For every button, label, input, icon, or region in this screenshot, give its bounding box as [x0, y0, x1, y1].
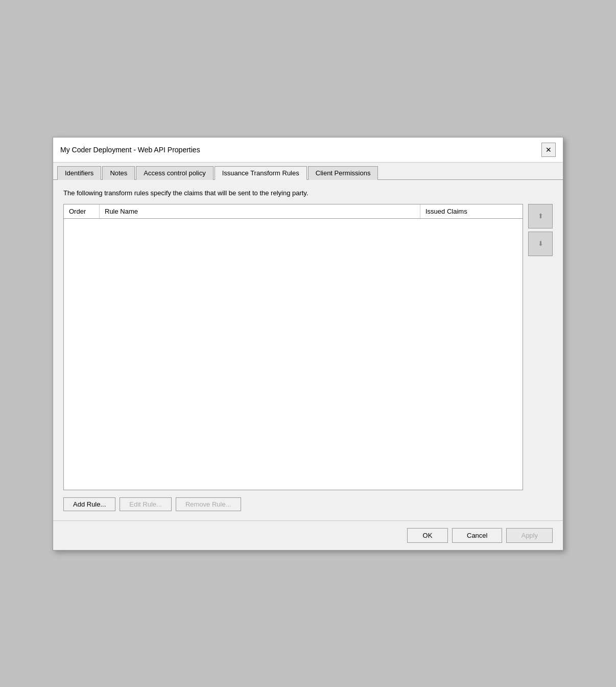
- dialog-title: My Coder Deployment - Web API Properties: [60, 146, 200, 154]
- tab-identifiers[interactable]: Identifiers: [57, 166, 101, 180]
- close-button[interactable]: ✕: [541, 143, 556, 157]
- content-area: The following transform rules specify th…: [53, 180, 563, 520]
- ok-button[interactable]: OK: [407, 528, 448, 543]
- dialog-window: My Coder Deployment - Web API Properties…: [53, 137, 563, 551]
- table-header: Order Rule Name Issued Claims: [64, 204, 523, 219]
- column-header-issued-claims: Issued Claims: [420, 204, 523, 218]
- tab-issuance-transform-rules[interactable]: Issuance Transform Rules: [215, 166, 307, 180]
- move-up-button[interactable]: ⬆: [528, 204, 553, 228]
- column-header-rule-name: Rule Name: [100, 204, 420, 218]
- tab-notes[interactable]: Notes: [102, 166, 135, 180]
- footer: OK Cancel Apply: [53, 520, 563, 550]
- up-arrow-icon: ⬆: [538, 212, 543, 220]
- side-controls: ⬆ ⬇: [528, 204, 553, 256]
- tab-client-permissions[interactable]: Client Permissions: [308, 166, 378, 180]
- rule-buttons: Add Rule... Edit Rule... Remove Rule...: [63, 497, 553, 511]
- rules-table: Order Rule Name Issued Claims: [63, 204, 523, 490]
- down-arrow-icon: ⬇: [538, 240, 543, 247]
- description-text: The following transform rules specify th…: [63, 189, 553, 197]
- edit-rule-button[interactable]: Edit Rule...: [120, 497, 172, 511]
- cancel-button[interactable]: Cancel: [452, 528, 502, 543]
- tab-bar: Identifiers Notes Access control policy …: [53, 163, 563, 180]
- remove-rule-button[interactable]: Remove Rule...: [176, 497, 241, 511]
- title-bar: My Coder Deployment - Web API Properties…: [53, 138, 563, 163]
- table-body: [64, 219, 523, 489]
- tab-access-control-policy[interactable]: Access control policy: [136, 166, 213, 180]
- apply-button[interactable]: Apply: [506, 528, 553, 543]
- move-down-button[interactable]: ⬇: [528, 232, 553, 256]
- column-header-order: Order: [64, 204, 100, 218]
- table-and-controls: Order Rule Name Issued Claims ⬆ ⬇: [63, 204, 553, 490]
- add-rule-button[interactable]: Add Rule...: [63, 497, 115, 511]
